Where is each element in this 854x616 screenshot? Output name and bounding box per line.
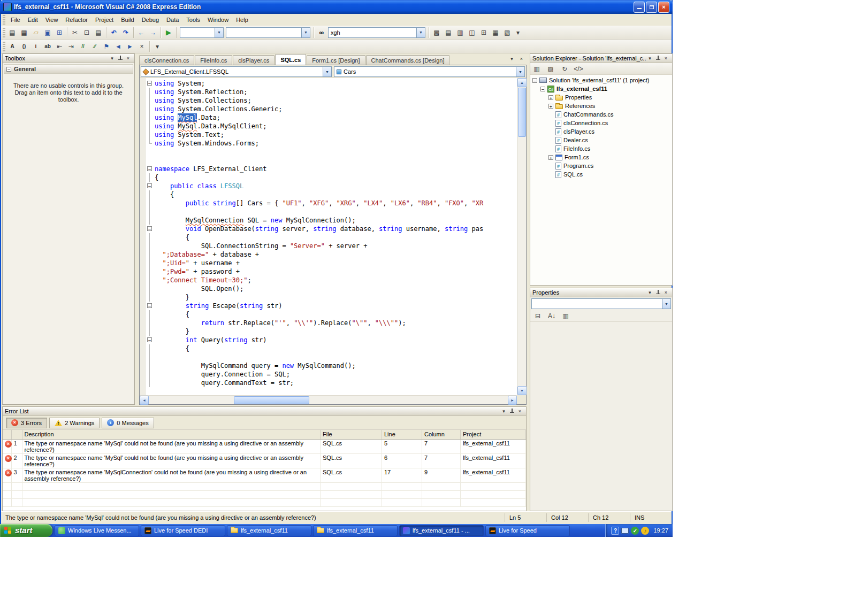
menu-refactor[interactable]: Refactor xyxy=(62,15,92,25)
code-line[interactable]: ";Database=" + database + xyxy=(146,250,517,259)
window-position-icon[interactable]: ▾ xyxy=(108,55,116,62)
close-icon[interactable]: × xyxy=(662,55,670,62)
code-line[interactable]: return str.Replace("'", "\\'").Replace("… xyxy=(146,319,517,327)
code-line[interactable]: −namespace LFS_External_Client xyxy=(146,165,517,173)
code-line[interactable]: SQL.ConnectionString = "Server=" + serve… xyxy=(146,242,517,250)
close-icon[interactable]: × xyxy=(124,55,132,62)
code-line[interactable]: { xyxy=(146,310,517,319)
code-line[interactable]: SQL.Open(); xyxy=(146,284,517,293)
word-completion-icon[interactable]: ab xyxy=(42,41,53,52)
tab-chatcommands-cs-design[interactable]: ChatCommands.cs [Design] xyxy=(366,55,450,65)
undo-icon[interactable]: ↶ xyxy=(109,27,119,38)
tree-item-clsplayer-cs[interactable]: #clsPlayer.cs xyxy=(530,127,672,136)
window-position-icon[interactable]: ▾ xyxy=(646,289,654,296)
menu-tools[interactable]: Tools xyxy=(182,15,204,25)
object-browser-icon[interactable]: ◫ xyxy=(467,27,477,38)
refresh-icon[interactable]: ↻ xyxy=(559,64,570,74)
tray-volume-icon[interactable]: ♪ xyxy=(641,527,649,535)
code-line[interactable]: − public class LFSSQL xyxy=(146,182,517,190)
start-button[interactable]: start xyxy=(0,524,52,537)
tray-security-icon[interactable]: ✓ xyxy=(631,527,639,535)
start-debugging-icon[interactable]: ▶ xyxy=(163,27,174,38)
close-document-icon[interactable]: × xyxy=(517,55,525,63)
taskbar-item-lfs-external-csf11[interactable]: lfs_external_csf11 xyxy=(313,525,398,536)
code-line[interactable] xyxy=(146,148,517,156)
collapse-region-icon[interactable]: − xyxy=(147,337,152,342)
close-button[interactable]: × xyxy=(658,2,669,13)
column-header-file[interactable]: File xyxy=(321,430,382,439)
menu-data[interactable]: Data xyxy=(163,15,182,25)
tree-item-clsconnection-cs[interactable]: #clsConnection.cs xyxy=(530,119,672,127)
member-list-icon[interactable]: A xyxy=(7,41,18,52)
column-header-project[interactable]: Project xyxy=(461,430,526,439)
tree-item-chatcommands-cs[interactable]: #ChatCommands.cs xyxy=(530,110,672,119)
tray-display-icon[interactable] xyxy=(621,528,629,534)
horizontal-scrollbar[interactable]: ◄ ► xyxy=(140,395,517,404)
code-line[interactable]: using System.Text; xyxy=(146,130,517,139)
toggle-bookmark-icon[interactable]: ⚑ xyxy=(101,41,112,52)
collapse-region-icon[interactable]: − xyxy=(147,81,152,86)
plus-box-icon[interactable]: + xyxy=(548,104,553,109)
properties-window-icon[interactable]: ▥ xyxy=(531,64,542,74)
navigate-backward-icon[interactable]: ← xyxy=(136,27,147,38)
code-line[interactable]: query.CommandText = str; xyxy=(146,379,517,387)
taskbar-item-lfs-external-csf11[interactable]: lfs_external_csf11 xyxy=(227,525,311,536)
scroll-down-icon[interactable]: ▼ xyxy=(517,386,527,395)
code-line[interactable]: − string Escape(string str) xyxy=(146,302,517,310)
code-line[interactable]: using MySql.Data; xyxy=(146,113,517,122)
tree-item-properties[interactable]: +Properties xyxy=(530,93,672,102)
code-area[interactable]: −using System;using System.Reflection;us… xyxy=(140,78,517,395)
tree-item-dealer-cs[interactable]: #Dealer.cs xyxy=(530,136,672,144)
solution-platforms-dropdown[interactable]: ▼ xyxy=(226,27,310,38)
tree-item-solution-lfs-external-csf11-1-project[interactable]: −Solution 'lfs_external_csf11' (1 projec… xyxy=(530,76,672,84)
parameter-info-icon[interactable]: () xyxy=(19,41,29,52)
tree-item-sql-cs[interactable]: #SQL.cs xyxy=(530,170,672,179)
code-line[interactable]: { xyxy=(146,233,517,242)
redo-icon[interactable]: ↷ xyxy=(120,27,131,38)
vertical-scrollbar[interactable]: ▲ ▼ xyxy=(517,78,526,395)
collapse-region-icon[interactable]: − xyxy=(147,166,152,171)
menu-window[interactable]: Window xyxy=(204,15,232,25)
code-line[interactable]: } xyxy=(146,327,517,336)
cut-icon[interactable]: ✂ xyxy=(70,27,80,38)
clear-bookmarks-icon[interactable]: × xyxy=(136,41,147,52)
code-line[interactable]: ";Uid=" + username + xyxy=(146,259,517,267)
code-line[interactable]: − void OpenDatabase(string server, strin… xyxy=(146,225,517,233)
property-pages-icon[interactable]: ▥ xyxy=(560,311,571,321)
increase-indent-icon[interactable]: ⇥ xyxy=(66,41,77,52)
paste-icon[interactable]: ▤ xyxy=(93,27,104,38)
menu-project[interactable]: Project xyxy=(92,15,117,25)
filter-error-button[interactable]: ×3 Errors xyxy=(6,418,47,428)
toolbar-options-icon[interactable]: ▾ xyxy=(513,27,523,38)
code-line[interactable]: public string[] Cars = { "UF1", "XFG", "… xyxy=(146,199,517,207)
error-row[interactable]: ×2The type or namespace name 'MySql' cou… xyxy=(3,453,526,468)
save-file-icon[interactable]: ▣ xyxy=(42,27,53,38)
code-line[interactable]: −using System; xyxy=(146,79,517,88)
code-line[interactable]: using MySql.Data.MySqlClient; xyxy=(146,122,517,130)
comment-selection-icon[interactable]: // xyxy=(78,41,88,52)
tab-form1-cs-design[interactable]: Form1.cs [Design] xyxy=(307,55,365,65)
taskbar-item-windows-live-messen[interactable]: Windows Live Messen... xyxy=(55,525,139,536)
code-line[interactable] xyxy=(146,207,517,216)
window-position-icon[interactable]: ▾ xyxy=(646,55,654,62)
quick-info-icon[interactable]: i xyxy=(30,41,41,52)
collapse-region-icon[interactable]: − xyxy=(147,183,152,188)
save-all-icon[interactable]: ⊞ xyxy=(54,27,65,38)
plus-box-icon[interactable]: + xyxy=(548,95,553,100)
types-dropdown[interactable]: LFS_External_Client.LFSSQL ▼ xyxy=(141,66,332,77)
error-row[interactable]: ×3The type or namespace name 'MySqlConne… xyxy=(3,468,526,482)
toolbox-window-icon[interactable]: ⊞ xyxy=(478,27,489,38)
code-line[interactable] xyxy=(146,353,517,361)
menu-grip-handle[interactable] xyxy=(3,15,5,25)
code-line[interactable]: { xyxy=(146,190,517,199)
menu-file[interactable]: File xyxy=(7,15,24,25)
filter-warning-button[interactable]: 2 Warnings xyxy=(49,418,100,428)
code-line[interactable]: ";Connect Timeout=30;"; xyxy=(146,276,517,284)
next-bookmark-icon[interactable]: ► xyxy=(125,41,135,52)
members-dropdown[interactable]: Cars ▼ xyxy=(334,66,525,77)
menu-edit[interactable]: Edit xyxy=(24,15,42,25)
toolbox-section-general[interactable]: − General xyxy=(4,64,133,74)
code-line[interactable]: using System.Reflection; xyxy=(146,88,517,96)
uncomment-selection-icon[interactable]: ∕∕ xyxy=(89,41,100,52)
alphabetical-icon[interactable]: A↓ xyxy=(546,311,557,321)
